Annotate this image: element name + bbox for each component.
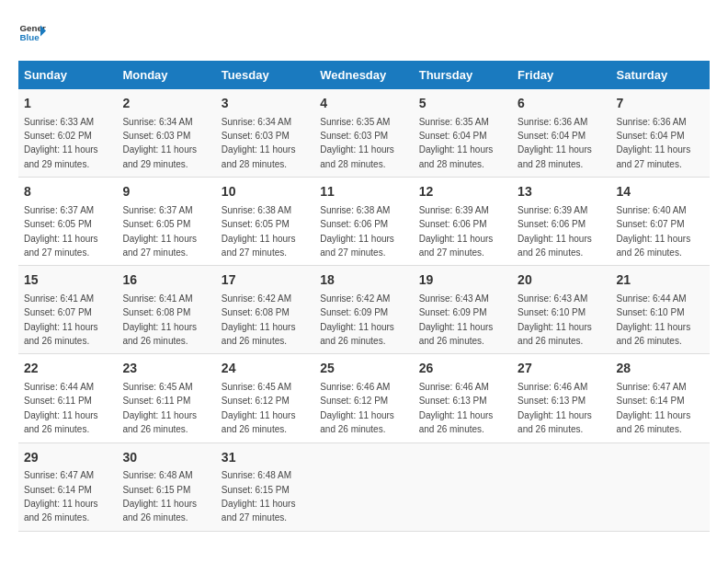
calendar-cell: 13 Sunrise: 6:39 AMSunset: 6:06 PMDaylig…: [512, 178, 610, 266]
calendar-cell: 30 Sunrise: 6:48 AMSunset: 6:15 PMDaylig…: [117, 442, 215, 531]
day-number: 16: [122, 271, 210, 290]
calendar-table: SundayMondayTuesdayWednesdayThursdayFrid…: [18, 61, 710, 532]
day-info: Sunrise: 6:39 AMSunset: 6:06 PMDaylight:…: [518, 205, 592, 258]
calendar-cell: 28 Sunrise: 6:47 AMSunset: 6:14 PMDaylig…: [611, 354, 710, 442]
day-info: Sunrise: 6:37 AMSunset: 6:05 PMDaylight:…: [122, 205, 197, 258]
day-info: Sunrise: 6:42 AMSunset: 6:08 PMDaylight:…: [222, 293, 296, 346]
page-header: General Blue: [18, 18, 710, 46]
day-number: 11: [320, 183, 407, 201]
calendar-cell: 27 Sunrise: 6:46 AMSunset: 6:13 PMDaylig…: [512, 354, 610, 442]
calendar-cell: 4 Sunrise: 6:35 AMSunset: 6:03 PMDayligh…: [314, 89, 413, 178]
day-header-friday: Friday: [512, 61, 610, 89]
day-info: Sunrise: 6:43 AMSunset: 6:09 PMDaylight:…: [419, 293, 494, 346]
day-number: 19: [419, 271, 506, 290]
day-number: 22: [24, 360, 111, 378]
calendar-cell: [512, 442, 610, 531]
day-number: 14: [617, 183, 704, 201]
day-header-tuesday: Tuesday: [216, 61, 314, 89]
day-number: 30: [122, 449, 210, 467]
day-number: 29: [24, 449, 111, 467]
day-info: Sunrise: 6:36 AMSunset: 6:04 PMDaylight:…: [518, 117, 592, 169]
week-row-1: 1 Sunrise: 6:33 AMSunset: 6:02 PMDayligh…: [18, 89, 710, 178]
day-number: 28: [617, 360, 704, 378]
logo: General Blue: [18, 18, 46, 46]
calendar-cell: 14 Sunrise: 6:40 AMSunset: 6:07 PMDaylig…: [611, 178, 710, 266]
calendar-cell: 8 Sunrise: 6:37 AMSunset: 6:05 PMDayligh…: [18, 178, 117, 266]
day-info: Sunrise: 6:47 AMSunset: 6:14 PMDaylight:…: [24, 470, 98, 523]
day-info: Sunrise: 6:40 AMSunset: 6:07 PMDaylight:…: [617, 205, 691, 258]
calendar-cell: 25 Sunrise: 6:46 AMSunset: 6:12 PMDaylig…: [314, 354, 413, 442]
day-number: 5: [419, 95, 506, 113]
day-info: Sunrise: 6:45 AMSunset: 6:12 PMDaylight:…: [222, 382, 296, 434]
day-info: Sunrise: 6:48 AMSunset: 6:15 PMDaylight:…: [222, 470, 296, 523]
day-number: 9: [122, 183, 210, 201]
calendar-cell: 23 Sunrise: 6:45 AMSunset: 6:11 PMDaylig…: [117, 354, 215, 442]
calendar-cell: 6 Sunrise: 6:36 AMSunset: 6:04 PMDayligh…: [512, 89, 610, 178]
calendar-cell: 18 Sunrise: 6:42 AMSunset: 6:09 PMDaylig…: [314, 266, 413, 354]
day-info: Sunrise: 6:38 AMSunset: 6:06 PMDaylight:…: [320, 205, 394, 258]
calendar-cell: 11 Sunrise: 6:38 AMSunset: 6:06 PMDaylig…: [314, 178, 413, 266]
day-info: Sunrise: 6:44 AMSunset: 6:10 PMDaylight:…: [617, 293, 691, 346]
calendar-cell: 21 Sunrise: 6:44 AMSunset: 6:10 PMDaylig…: [611, 266, 710, 354]
calendar-cell: 16 Sunrise: 6:41 AMSunset: 6:08 PMDaylig…: [117, 266, 215, 354]
calendar-cell: 17 Sunrise: 6:42 AMSunset: 6:08 PMDaylig…: [216, 266, 314, 354]
calendar-cell: [414, 442, 512, 531]
day-info: Sunrise: 6:47 AMSunset: 6:14 PMDaylight:…: [617, 382, 691, 434]
calendar-cell: 1 Sunrise: 6:33 AMSunset: 6:02 PMDayligh…: [18, 89, 117, 178]
day-number: 26: [419, 360, 506, 378]
day-number: 17: [222, 271, 309, 290]
day-info: Sunrise: 6:39 AMSunset: 6:06 PMDaylight:…: [419, 205, 494, 258]
calendar-cell: 20 Sunrise: 6:43 AMSunset: 6:10 PMDaylig…: [512, 266, 610, 354]
day-number: 24: [222, 360, 309, 378]
week-row-2: 8 Sunrise: 6:37 AMSunset: 6:05 PMDayligh…: [18, 178, 710, 266]
day-info: Sunrise: 6:35 AMSunset: 6:04 PMDaylight:…: [419, 117, 494, 169]
day-number: 7: [617, 95, 704, 113]
calendar-cell: 9 Sunrise: 6:37 AMSunset: 6:05 PMDayligh…: [117, 178, 215, 266]
calendar-cell: 5 Sunrise: 6:35 AMSunset: 6:04 PMDayligh…: [414, 89, 512, 178]
calendar-cell: 24 Sunrise: 6:45 AMSunset: 6:12 PMDaylig…: [216, 354, 314, 442]
day-header-wednesday: Wednesday: [314, 61, 413, 89]
day-info: Sunrise: 6:42 AMSunset: 6:09 PMDaylight:…: [320, 293, 394, 346]
day-number: 3: [222, 95, 309, 113]
day-number: 25: [320, 360, 407, 378]
day-header-monday: Monday: [117, 61, 215, 89]
day-number: 4: [320, 95, 407, 113]
day-number: 12: [419, 183, 506, 201]
calendar-cell: 12 Sunrise: 6:39 AMSunset: 6:06 PMDaylig…: [414, 178, 512, 266]
week-row-3: 15 Sunrise: 6:41 AMSunset: 6:07 PMDaylig…: [18, 266, 710, 354]
day-info: Sunrise: 6:46 AMSunset: 6:12 PMDaylight:…: [320, 382, 394, 434]
day-number: 23: [122, 360, 210, 378]
day-number: 13: [518, 183, 605, 201]
svg-text:Blue: Blue: [20, 32, 40, 42]
day-header-sunday: Sunday: [18, 61, 117, 89]
calendar-cell: 15 Sunrise: 6:41 AMSunset: 6:07 PMDaylig…: [18, 266, 117, 354]
day-number: 10: [222, 183, 309, 201]
day-info: Sunrise: 6:46 AMSunset: 6:13 PMDaylight:…: [419, 382, 494, 434]
day-info: Sunrise: 6:46 AMSunset: 6:13 PMDaylight:…: [518, 382, 592, 434]
day-info: Sunrise: 6:38 AMSunset: 6:05 PMDaylight:…: [222, 205, 296, 258]
day-info: Sunrise: 6:34 AMSunset: 6:03 PMDaylight:…: [122, 117, 197, 169]
calendar-cell: 3 Sunrise: 6:34 AMSunset: 6:03 PMDayligh…: [216, 89, 314, 178]
calendar-cell: 19 Sunrise: 6:43 AMSunset: 6:09 PMDaylig…: [414, 266, 512, 354]
day-number: 21: [617, 271, 704, 290]
calendar-cell: [314, 442, 413, 531]
day-info: Sunrise: 6:41 AMSunset: 6:07 PMDaylight:…: [24, 293, 98, 346]
calendar-cell: 22 Sunrise: 6:44 AMSunset: 6:11 PMDaylig…: [18, 354, 117, 442]
calendar-body: 1 Sunrise: 6:33 AMSunset: 6:02 PMDayligh…: [18, 89, 710, 531]
day-info: Sunrise: 6:34 AMSunset: 6:03 PMDaylight:…: [222, 117, 296, 169]
day-number: 18: [320, 271, 407, 290]
day-info: Sunrise: 6:43 AMSunset: 6:10 PMDaylight:…: [518, 293, 592, 346]
day-info: Sunrise: 6:36 AMSunset: 6:04 PMDaylight:…: [617, 117, 691, 169]
day-number: 31: [222, 449, 309, 467]
day-info: Sunrise: 6:41 AMSunset: 6:08 PMDaylight:…: [122, 293, 197, 346]
calendar-cell: 26 Sunrise: 6:46 AMSunset: 6:13 PMDaylig…: [414, 354, 512, 442]
day-info: Sunrise: 6:35 AMSunset: 6:03 PMDaylight:…: [320, 117, 394, 169]
calendar-cell: 2 Sunrise: 6:34 AMSunset: 6:03 PMDayligh…: [117, 89, 215, 178]
calendar-cell: 31 Sunrise: 6:48 AMSunset: 6:15 PMDaylig…: [216, 442, 314, 531]
day-info: Sunrise: 6:33 AMSunset: 6:02 PMDaylight:…: [24, 117, 98, 169]
day-info: Sunrise: 6:48 AMSunset: 6:15 PMDaylight:…: [122, 470, 197, 523]
day-number: 6: [518, 95, 605, 113]
week-row-5: 29 Sunrise: 6:47 AMSunset: 6:14 PMDaylig…: [18, 442, 710, 531]
day-info: Sunrise: 6:45 AMSunset: 6:11 PMDaylight:…: [122, 382, 197, 434]
calendar-cell: [611, 442, 710, 531]
